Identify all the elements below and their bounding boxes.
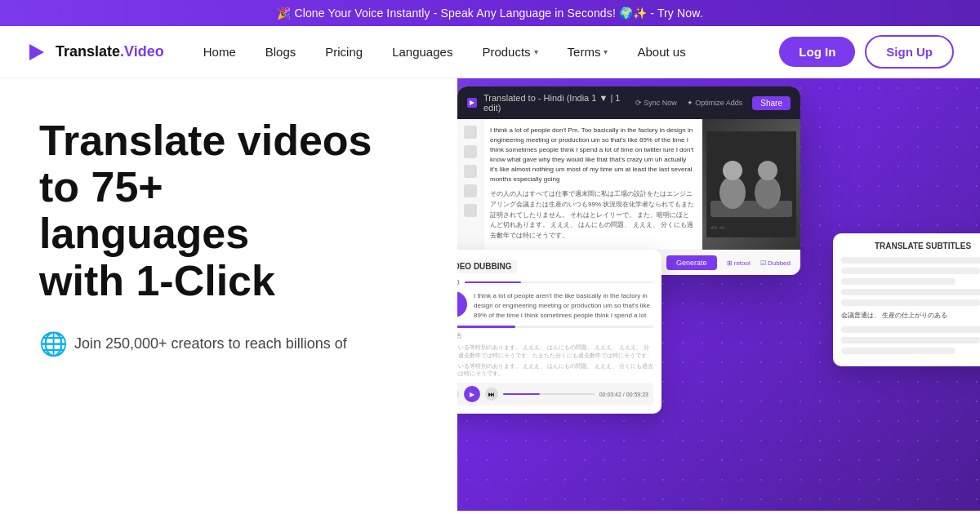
dubbing-text1: I think a lot of people aren't the like …: [474, 291, 653, 321]
svg-marker-0: [29, 44, 44, 60]
logo[interactable]: Translate.Video: [26, 41, 164, 64]
svg-point-6: [723, 161, 742, 180]
dubbing-card: VIDEO DUBBING 12:30 I think a lot of peo…: [457, 250, 662, 414]
subtitle-line-7: [841, 337, 980, 343]
prev-button[interactable]: ⏮: [457, 388, 459, 401]
svg-point-8: [758, 161, 777, 180]
subtitle-line-4: [841, 289, 980, 295]
editor-icon: [467, 98, 477, 108]
dubbing-progress-fill: [457, 326, 515, 328]
nav-products[interactable]: Products ▾: [469, 38, 550, 65]
nav-terms[interactable]: Terms ▾: [555, 38, 621, 65]
dubbing-text-area: I think a lot of people aren't the like …: [474, 291, 653, 321]
generate-button[interactable]: Generate: [666, 255, 717, 270]
play-pause-button[interactable]: ▶: [464, 386, 480, 402]
navbar: Translate.Video Home Blogs Pricing Langu…: [0, 26, 980, 78]
subtitle-line-1: [841, 257, 980, 264]
terms-chevron-icon: ▾: [604, 47, 608, 56]
player-progress-filled: [503, 393, 540, 395]
people-thumbnail: ऑं के लोग...: [706, 131, 796, 237]
editor-content: I think a lot of people don't Pm. Too ba…: [483, 119, 702, 250]
globe-icon: 🌐: [39, 330, 68, 357]
subtitle-line-8: [841, 348, 956, 354]
subtitle-line-3: [841, 278, 956, 285]
logo-text: Translate.Video: [56, 43, 164, 60]
dubbing-long-text: またるいる等特別のあります。 えええ、 はんにもの問題、 えええ、 えええ、 分…: [457, 343, 653, 360]
editor-sidebar: [457, 119, 483, 250]
optimize-label: ✦ Optimize Adds: [687, 99, 743, 107]
dubbing-subtitle-text: 本社 古: [457, 331, 653, 340]
sidebar-tool-3[interactable]: [464, 165, 477, 178]
share-button[interactable]: Share: [752, 96, 791, 110]
sidebar-tool-5[interactable]: [464, 204, 477, 217]
sidebar-tool-4[interactable]: [464, 184, 477, 197]
editor-thumbnail: ऑं के लोग...: [702, 119, 800, 250]
svg-point-5: [719, 176, 746, 209]
dubbing-extra: またるいる等特別のあります。 えええ、 はんにもの問題、 えええ、 えええ、 分…: [457, 343, 653, 378]
sync-label: ⟳ Sync Now: [635, 99, 677, 107]
player-progress-track: [503, 393, 595, 395]
dubbing-card-label: VIDEO DUBBING: [457, 259, 517, 273]
dubbing-player: ⏮ ▶ ⏭ 00:03:42 / 00:59:23: [457, 383, 653, 405]
hero-subtitle: 🌐 Join 250,000+ creators to reach billio…: [39, 330, 418, 357]
left-panel: Translate videosto 75+languageswith 1-Cl…: [0, 78, 457, 511]
editor-card: Translated to - Hindi (India 1 ▼ | 1 edi…: [457, 86, 800, 275]
subtitles-card-label: TRANSLATE SUBTITLES: [841, 241, 980, 250]
player-time-label: 00:03:42 / 00:59:23: [599, 392, 648, 397]
login-button[interactable]: Log In: [779, 37, 855, 67]
dubbing-progress-bar: [457, 326, 653, 328]
dubbing-time: 12:30: [457, 278, 460, 286]
subtitle-line-5: [841, 299, 980, 306]
banner-text: 🎉 Clone Your Voice Instantly - Speak Any…: [277, 7, 702, 20]
sidebar-tool-2[interactable]: [464, 145, 477, 158]
nav-home[interactable]: Home: [190, 38, 249, 65]
dubbing-avatar: [457, 291, 467, 317]
right-panel: Translated to - Hindi (India 1 ▼ | 1 edi…: [457, 78, 980, 511]
editor-body: I think a lot of people don't Pm. Too ba…: [457, 119, 800, 250]
dubbing-timebar: [465, 281, 653, 283]
subtitle-line-6: [841, 326, 980, 333]
nav-actions: Log In Sign Up: [779, 35, 954, 69]
main-content: Translate videosto 75+languageswith 1-Cl…: [0, 78, 980, 511]
editor-japanese-text: その人の人はすべては仕事で週末間に私は工場の設計をたはエンジニアリング会議または…: [490, 189, 696, 241]
nav-links: Home Blogs Pricing Languages Products ▾ …: [190, 38, 780, 65]
hero-title: Translate videosto 75+languageswith 1-Cl…: [39, 117, 418, 304]
announcement-banner[interactable]: 🎉 Clone Your Voice Instantly - Speak Any…: [0, 0, 980, 26]
editor-english-text: I think a lot of people don't Pm. Too ba…: [490, 126, 696, 184]
dubbing-time-row: 12:30: [457, 278, 653, 286]
dubbing-extra-text: またるいる等特別のあります。 えええ、 はんにもの問題、 えええ、 分くにも過去…: [457, 362, 653, 379]
cards-container: Translated to - Hindi (India 1 ▼ | 1 edi…: [457, 86, 980, 478]
editor-header-text: Translated to - Hindi (India 1 ▼ | 1 edi…: [483, 93, 629, 113]
svg-rect-3: [706, 131, 796, 237]
dubbed-label: ☑ Dubbed: [760, 259, 791, 267]
svg-text:ऑं के लोग...: ऑं के लोग...: [710, 225, 728, 230]
subtitle-line-2: [841, 268, 980, 274]
dubbing-content: I think a lot of people aren't the like …: [457, 291, 653, 321]
nav-languages[interactable]: Languages: [379, 38, 466, 65]
subtitles-card: TRANSLATE SUBTITLES 会議普通は、 生産の仕上がりのある: [833, 233, 980, 366]
logo-icon: [26, 41, 49, 64]
retool-label: ⊞ retool: [727, 259, 751, 267]
nav-about[interactable]: About us: [624, 38, 698, 65]
nav-blogs[interactable]: Blogs: [252, 38, 310, 65]
products-chevron-icon: ▾: [534, 47, 538, 56]
subtitles-more-lines: [841, 326, 980, 354]
nav-pricing[interactable]: Pricing: [312, 38, 376, 65]
subtitles-japanese-text: 会議普通は、 生産の仕上がりのある: [841, 311, 980, 321]
signup-button[interactable]: Sign Up: [865, 35, 954, 69]
thumbnail-image: ऑं के लोग...: [702, 119, 800, 250]
next-button[interactable]: ⏭: [485, 388, 498, 401]
svg-point-7: [755, 176, 781, 209]
editor-header: Translated to - Hindi (India 1 ▼ | 1 edi…: [457, 86, 800, 119]
sidebar-tool-1[interactable]: [464, 126, 477, 139]
dubbing-timebar-fill: [465, 281, 521, 283]
